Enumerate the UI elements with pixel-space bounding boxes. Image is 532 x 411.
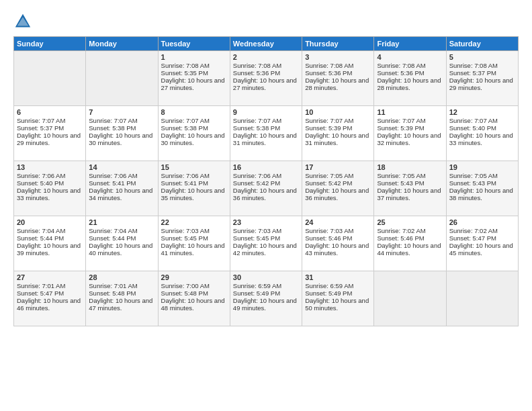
calendar-cell: 22Sunrise: 7:03 AMSunset: 5:45 PMDayligh… xyxy=(158,216,230,271)
daylight-text: Daylight: 10 hours and 36 minutes. xyxy=(305,187,371,201)
sunset-text: Sunset: 5:43 PM xyxy=(449,179,515,187)
sunrise-text: Sunrise: 7:08 AM xyxy=(305,62,371,69)
sunrise-text: Sunrise: 7:08 AM xyxy=(449,62,515,69)
day-header: Saturday xyxy=(446,37,518,51)
sunset-text: Sunset: 5:42 PM xyxy=(305,179,371,187)
daylight-text: Daylight: 10 hours and 35 minutes. xyxy=(161,187,227,201)
day-number: 28 xyxy=(89,273,154,281)
day-number: 7 xyxy=(89,108,154,116)
sunset-text: Sunset: 5:37 PM xyxy=(449,69,515,77)
sunset-text: Sunset: 5:39 PM xyxy=(305,124,371,132)
logo xyxy=(13,12,35,31)
sunrise-text: Sunrise: 7:07 AM xyxy=(89,117,154,124)
calendar-cell: 8Sunrise: 7:07 AMSunset: 5:38 PMDaylight… xyxy=(158,106,230,161)
day-number: 14 xyxy=(89,163,154,171)
calendar-cell xyxy=(86,51,158,106)
day-number: 29 xyxy=(161,273,227,281)
sunrise-text: Sunrise: 7:07 AM xyxy=(305,117,371,124)
sunrise-text: Sunrise: 7:08 AM xyxy=(233,62,299,69)
sunset-text: Sunset: 5:37 PM xyxy=(17,124,83,132)
calendar-cell: 20Sunrise: 7:04 AMSunset: 5:44 PMDayligh… xyxy=(14,216,86,271)
day-header: Tuesday xyxy=(158,37,230,51)
calendar-cell xyxy=(14,51,86,106)
calendar-cell: 15Sunrise: 7:06 AMSunset: 5:41 PMDayligh… xyxy=(158,161,230,216)
daylight-text: Daylight: 10 hours and 29 minutes. xyxy=(17,132,83,146)
calendar-cell: 28Sunrise: 7:01 AMSunset: 5:48 PMDayligh… xyxy=(86,271,158,326)
sunrise-text: Sunrise: 7:03 AM xyxy=(233,227,299,234)
sunset-text: Sunset: 5:45 PM xyxy=(161,234,227,242)
calendar-cell: 30Sunrise: 6:59 AMSunset: 5:49 PMDayligh… xyxy=(230,271,302,326)
sunrise-text: Sunrise: 6:59 AM xyxy=(305,282,371,289)
daylight-text: Daylight: 10 hours and 50 minutes. xyxy=(305,297,371,312)
daylight-text: Daylight: 10 hours and 28 minutes. xyxy=(305,77,371,91)
daylight-text: Daylight: 10 hours and 43 minutes. xyxy=(305,242,371,257)
daylight-text: Daylight: 10 hours and 32 minutes. xyxy=(377,132,443,146)
calendar-cell: 31Sunrise: 6:59 AMSunset: 5:49 PMDayligh… xyxy=(302,271,374,326)
calendar-cell: 3Sunrise: 7:08 AMSunset: 5:36 PMDaylight… xyxy=(302,51,374,106)
sunset-text: Sunset: 5:36 PM xyxy=(233,69,299,77)
calendar-cell: 21Sunrise: 7:04 AMSunset: 5:44 PMDayligh… xyxy=(86,216,158,271)
sunrise-text: Sunrise: 7:02 AM xyxy=(449,227,515,234)
daylight-text: Daylight: 10 hours and 45 minutes. xyxy=(449,242,515,257)
day-header: Friday xyxy=(374,37,446,51)
daylight-text: Daylight: 10 hours and 42 minutes. xyxy=(233,242,299,257)
sunset-text: Sunset: 5:40 PM xyxy=(449,124,515,132)
sunrise-text: Sunrise: 7:03 AM xyxy=(161,227,227,234)
day-number: 8 xyxy=(161,108,227,116)
day-number: 21 xyxy=(89,218,154,226)
sunrise-text: Sunrise: 7:07 AM xyxy=(233,117,299,124)
day-number: 16 xyxy=(233,163,299,171)
sunrise-text: Sunrise: 7:04 AM xyxy=(89,227,154,234)
sunset-text: Sunset: 5:36 PM xyxy=(305,69,371,77)
daylight-text: Daylight: 10 hours and 33 minutes. xyxy=(17,187,83,201)
sunrise-text: Sunrise: 7:07 AM xyxy=(377,117,443,124)
daylight-text: Daylight: 10 hours and 39 minutes. xyxy=(17,242,83,257)
day-number: 19 xyxy=(449,163,515,171)
sunrise-text: Sunrise: 7:05 AM xyxy=(449,172,515,179)
day-number: 22 xyxy=(161,218,227,226)
daylight-text: Daylight: 10 hours and 36 minutes. xyxy=(233,187,299,201)
header xyxy=(13,12,519,31)
calendar-cell: 25Sunrise: 7:02 AMSunset: 5:46 PMDayligh… xyxy=(374,216,446,271)
calendar-cell: 13Sunrise: 7:06 AMSunset: 5:40 PMDayligh… xyxy=(14,161,86,216)
day-number: 18 xyxy=(377,163,443,171)
sunrise-text: Sunrise: 7:05 AM xyxy=(377,172,443,179)
daylight-text: Daylight: 10 hours and 27 minutes. xyxy=(233,77,299,91)
day-number: 27 xyxy=(17,273,83,281)
sunrise-text: Sunrise: 7:07 AM xyxy=(449,117,515,124)
daylight-text: Daylight: 10 hours and 48 minutes. xyxy=(161,297,227,312)
calendar-cell: 5Sunrise: 7:08 AMSunset: 5:37 PMDaylight… xyxy=(446,51,518,106)
calendar-cell: 19Sunrise: 7:05 AMSunset: 5:43 PMDayligh… xyxy=(446,161,518,216)
calendar-page: SundayMondayTuesdayWednesdayThursdayFrid… xyxy=(0,0,532,411)
calendar-week: 1Sunrise: 7:08 AMSunset: 5:35 PMDaylight… xyxy=(14,51,519,106)
day-number: 20 xyxy=(17,218,83,226)
day-number: 31 xyxy=(305,273,371,281)
logo-icon xyxy=(13,12,32,31)
sunrise-text: Sunrise: 7:06 AM xyxy=(89,172,154,179)
calendar-cell: 7Sunrise: 7:07 AMSunset: 5:38 PMDaylight… xyxy=(86,106,158,161)
sunset-text: Sunset: 5:38 PM xyxy=(233,124,299,132)
sunset-text: Sunset: 5:41 PM xyxy=(161,179,227,187)
day-number: 10 xyxy=(305,108,371,116)
sunset-text: Sunset: 5:46 PM xyxy=(377,234,443,242)
calendar-cell: 14Sunrise: 7:06 AMSunset: 5:41 PMDayligh… xyxy=(86,161,158,216)
calendar-cell: 9Sunrise: 7:07 AMSunset: 5:38 PMDaylight… xyxy=(230,106,302,161)
daylight-text: Daylight: 10 hours and 31 minutes. xyxy=(233,132,299,146)
calendar-cell: 17Sunrise: 7:05 AMSunset: 5:42 PMDayligh… xyxy=(302,161,374,216)
calendar-cell xyxy=(446,271,518,326)
sunset-text: Sunset: 5:47 PM xyxy=(449,234,515,242)
daylight-text: Daylight: 10 hours and 46 minutes. xyxy=(17,297,83,312)
sunset-text: Sunset: 5:47 PM xyxy=(17,289,83,297)
sunrise-text: Sunrise: 7:07 AM xyxy=(17,117,83,124)
calendar-week: 13Sunrise: 7:06 AMSunset: 5:40 PMDayligh… xyxy=(14,161,519,216)
daylight-text: Daylight: 10 hours and 38 minutes. xyxy=(449,187,515,201)
daylight-text: Daylight: 10 hours and 30 minutes. xyxy=(161,132,227,146)
calendar-week: 20Sunrise: 7:04 AMSunset: 5:44 PMDayligh… xyxy=(14,216,519,271)
calendar-cell: 4Sunrise: 7:08 AMSunset: 5:36 PMDaylight… xyxy=(374,51,446,106)
day-header: Sunday xyxy=(14,37,86,51)
daylight-text: Daylight: 10 hours and 47 minutes. xyxy=(89,297,154,312)
daylight-text: Daylight: 10 hours and 44 minutes. xyxy=(377,242,443,257)
sunset-text: Sunset: 5:44 PM xyxy=(17,234,83,242)
day-number: 6 xyxy=(17,108,83,116)
day-number: 13 xyxy=(17,163,83,171)
